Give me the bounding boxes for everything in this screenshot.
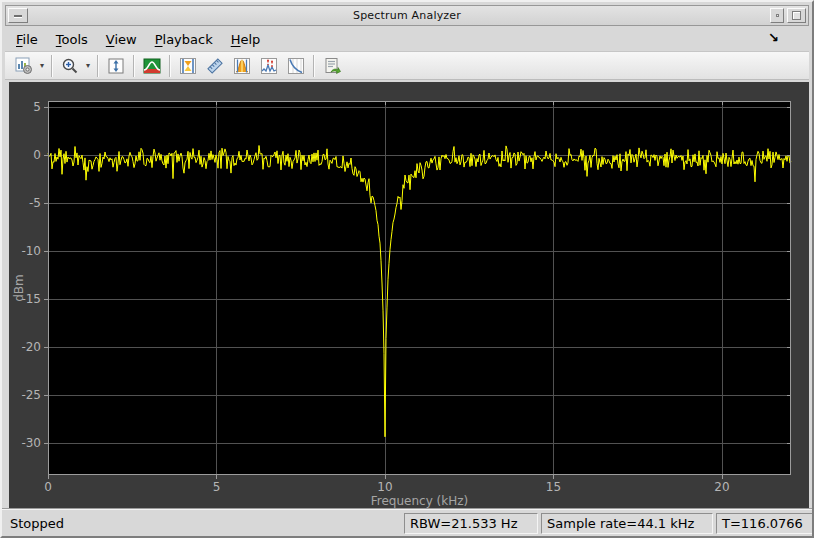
toolbar: ▾ ▾ — [5, 51, 809, 80]
statusbar: Stopped RBW=21.533 Hz Sample rate=44.1 k… — [2, 508, 812, 538]
zoom-dropdown-arrow[interactable]: ▾ — [83, 53, 93, 78]
y-axis-label: dBm — [12, 274, 26, 302]
maximize-icon — [792, 11, 801, 20]
configuration-dropdown-arrow[interactable]: ▾ — [37, 53, 47, 78]
toolbar-separator — [97, 55, 98, 77]
y-tick-label: -30 — [21, 436, 41, 450]
x-tick-label: 10 — [377, 480, 392, 494]
channel-measurements-icon — [233, 57, 251, 75]
y-tick-label: 5 — [33, 100, 41, 114]
spectrum-analyzer-window: Spectrum Analyzer FileToolsViewPlaybackH… — [0, 0, 814, 538]
menu-item-playback[interactable]: Playback — [155, 32, 213, 47]
spectrum-plot[interactable]: 05101520 50-5-10-15-20-25-30 Frequency (… — [9, 82, 809, 508]
channel-measurements-button[interactable] — [228, 53, 255, 78]
zoom-in-icon — [61, 57, 79, 75]
maximize-button[interactable] — [787, 8, 806, 23]
x-tick-label: 20 — [714, 480, 729, 494]
ccdf-measurements-button[interactable] — [282, 53, 309, 78]
toolbar-separator — [313, 55, 314, 77]
ruler-measurements-icon — [206, 57, 224, 75]
peak-finder-icon — [260, 57, 278, 75]
menu-item-view[interactable]: View — [106, 32, 137, 47]
spectrum-settings-icon — [143, 57, 161, 75]
time-panel: T=116.0766 — [716, 513, 813, 534]
x-tick-label: 5 — [213, 480, 221, 494]
toolbar-separator — [51, 55, 52, 77]
configuration-icon — [15, 57, 33, 75]
minimize-icon — [776, 14, 779, 17]
autoscale-axes-button[interactable] — [102, 53, 129, 78]
x-tick-label: 0 — [44, 480, 52, 494]
configuration-button[interactable] — [10, 53, 37, 78]
y-tick-label: -5 — [29, 196, 41, 210]
generate-script-icon — [323, 57, 341, 75]
dock-icon[interactable]: ↘ — [768, 30, 779, 46]
x-tick-labels: 05101520 — [44, 480, 729, 494]
ruler-measurements-button[interactable] — [201, 53, 228, 78]
y-tick-label: -25 — [21, 388, 41, 402]
window-title: Spectrum Analyzer — [6, 9, 808, 22]
toolbar-separator — [133, 55, 134, 77]
titlebar: Spectrum Analyzer — [5, 5, 809, 26]
peak-finder-button[interactable] — [255, 53, 282, 78]
status-text: Stopped — [10, 516, 64, 531]
x-tick-label: 15 — [546, 480, 561, 494]
menu-item-help[interactable]: Help — [231, 32, 261, 47]
x-axis-label: Frequency (kHz) — [371, 494, 468, 508]
toolbar-separator — [169, 55, 170, 77]
ccdf-measurements-icon — [287, 57, 305, 75]
menu-item-tools[interactable]: Tools — [56, 32, 88, 47]
y-tick-label: -20 — [21, 340, 41, 354]
spectrum-settings-button[interactable] — [138, 53, 165, 78]
autoscale-axes-icon — [107, 57, 125, 75]
zoom-in-button[interactable] — [56, 53, 83, 78]
generate-script-button[interactable] — [318, 53, 345, 78]
minimize-button[interactable] — [770, 8, 784, 23]
y-tick-label: 0 — [33, 148, 41, 162]
cursor-measurements-icon — [179, 57, 197, 75]
rbw-panel: RBW=21.533 Hz — [404, 513, 538, 534]
sample-rate-panel: Sample rate=44.1 kHz — [541, 513, 713, 534]
cursor-measurements-button[interactable] — [174, 53, 201, 78]
menu-item-file[interactable]: File — [16, 32, 38, 47]
y-tick-label: -10 — [21, 244, 41, 258]
menubar: FileToolsViewPlaybackHelp↘ — [5, 28, 809, 50]
figure-panel: 05101520 50-5-10-15-20-25-30 Frequency (… — [9, 82, 809, 508]
